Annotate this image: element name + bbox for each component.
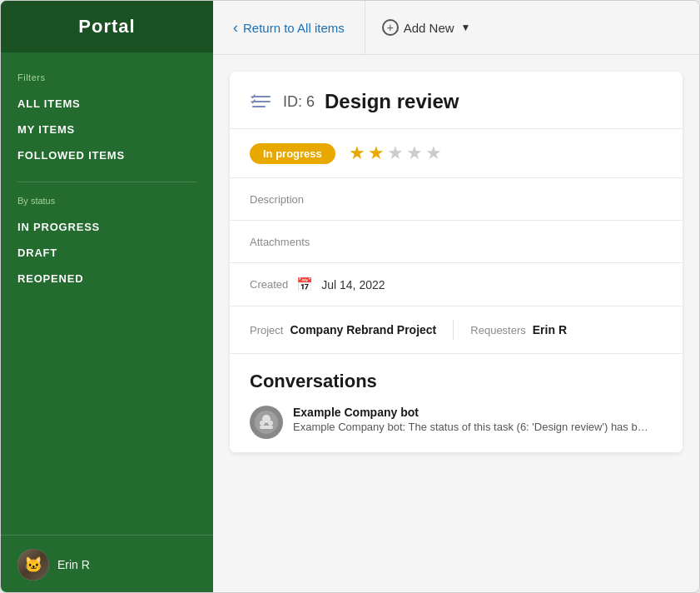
created-label: Created [250, 278, 288, 291]
project-value: Company Rebrand Project [290, 323, 436, 336]
avatar-image: 🐱 [17, 549, 49, 581]
svg-rect-7 [260, 426, 273, 429]
stars-rating[interactable]: ★ ★ ★ ★ ★ [349, 142, 442, 164]
sidebar-item-reopened[interactable]: REOPENED [17, 266, 196, 292]
requesters-item: Requesters Erin R [470, 323, 567, 336]
bot-avatar [250, 406, 283, 439]
created-row: Created 📅 Jul 14, 2022 [230, 263, 683, 306]
chevron-left-icon: ‹ [233, 19, 238, 37]
sidebar-item-draft[interactable]: DRAFT [17, 240, 196, 266]
by-status-label: By status [17, 196, 196, 206]
star-2: ★ [368, 142, 385, 164]
star-4: ★ [406, 142, 423, 164]
status-badge: In progress [250, 143, 335, 164]
add-new-label: Add New [404, 21, 454, 35]
project-label: Project [250, 324, 283, 336]
meta-row: Project Company Rebrand Project Requeste… [230, 306, 683, 354]
back-button[interactable]: ‹ Return to All items [213, 1, 365, 54]
calendar-icon: 📅 [296, 277, 313, 292]
requester-value: Erin R [533, 323, 567, 336]
card-header: ID: 6 Design review [230, 72, 683, 129]
conversation-content: Example Company bot Example Company bot:… [293, 406, 651, 433]
bot-message: Example Company bot: The status of this … [293, 421, 651, 433]
svg-point-5 [260, 421, 265, 426]
add-new-chevron-icon: ▼ [461, 22, 471, 33]
meta-divider [453, 320, 454, 340]
star-1: ★ [349, 142, 365, 164]
topbar: ‹ Return to All items + Add New ▼ [213, 1, 699, 55]
sidebar-nav: Filters ALL ITEMS MY ITEMS FOLLOWED ITEM… [1, 52, 213, 535]
star-5: ★ [425, 142, 442, 164]
bot-name: Example Company bot [293, 406, 651, 419]
sidebar-logo: Portal [1, 1, 213, 52]
status-row: In progress ★ ★ ★ ★ ★ [230, 129, 683, 178]
content-area: ID: 6 Design review In progress ★ ★ ★ ★ … [213, 55, 699, 592]
attachments-section: Attachments [230, 221, 683, 263]
task-id: ID: 6 [283, 93, 315, 111]
sidebar-item-all-items[interactable]: ALL ITEMS [17, 91, 196, 117]
conversation-item: Example Company bot Example Company bot:… [250, 406, 663, 439]
avatar: 🐱 [17, 549, 49, 581]
user-name: Erin R [57, 558, 90, 571]
sidebar-footer: 🐱 Erin R [1, 535, 213, 593]
requesters-label: Requesters [470, 324, 525, 336]
conversations-title: Conversations [250, 371, 663, 392]
sidebar-item-my-items[interactable]: MY ITEMS [17, 117, 196, 142]
attachments-label: Attachments [250, 236, 310, 248]
conversations-section: Conversations Example Company bot [230, 354, 683, 453]
star-3: ★ [387, 142, 404, 164]
portal-brand: Portal [78, 16, 135, 37]
back-label: Return to All items [243, 21, 345, 35]
created-date: Jul 14, 2022 [321, 278, 385, 292]
description-section: Description [230, 178, 683, 221]
sidebar-item-in-progress[interactable]: IN PROGRESS [17, 214, 196, 240]
sidebar: Portal Filters ALL ITEMS MY ITEMS FOLLOW… [1, 1, 213, 593]
sidebar-item-followed-items[interactable]: FOLLOWED ITEMS [17, 142, 196, 168]
task-type-icon [250, 90, 273, 113]
task-title: Design review [325, 90, 459, 113]
add-circle-icon: + [382, 19, 399, 36]
add-new-button[interactable]: + Add New ▼ [365, 1, 488, 54]
description-label: Description [250, 193, 304, 206]
filters-label: Filters [17, 72, 196, 82]
main-content: ‹ Return to All items + Add New ▼ [213, 1, 699, 592]
task-card: ID: 6 Design review In progress ★ ★ ★ ★ … [230, 72, 683, 453]
project-item: Project Company Rebrand Project [250, 323, 436, 336]
svg-point-6 [268, 421, 273, 426]
sidebar-divider [17, 182, 196, 182]
